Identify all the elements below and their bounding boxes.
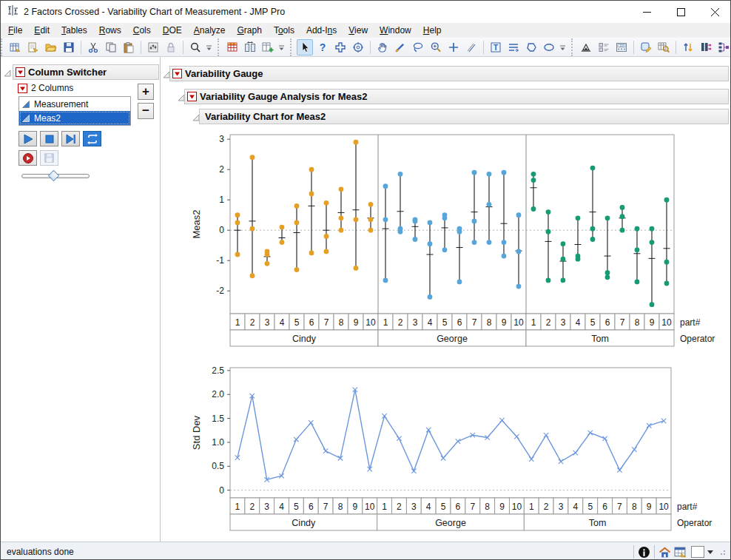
join-columns-button[interactable] [698,39,714,55]
svg-text:-1: -1 [216,255,224,266]
distribution-button[interactable] [578,39,594,55]
list-check-button[interactable] [596,39,612,55]
menu-graph[interactable]: Graph [232,24,268,37]
speed-slider[interactable] [21,170,90,182]
svg-text:4: 4 [279,502,284,512]
menu-cols[interactable]: Cols [127,24,157,37]
close-button[interactable] [698,1,731,23]
search-button[interactable] [187,39,203,55]
menu-help[interactable]: Help [417,24,448,37]
gauge-analysis-header[interactable]: Variability Gauge Analysis for Meas2 [184,89,729,104]
cut-button[interactable] [85,39,101,55]
column-switcher-disclosure-icon[interactable] [3,67,12,76]
svg-text:5: 5 [442,317,448,328]
window-list-icon[interactable] [674,546,687,559]
menu-file[interactable]: File [2,24,28,37]
oval-annotate-button[interactable] [541,39,557,55]
home-window-icon[interactable] [658,546,671,559]
stop-button[interactable] [40,131,58,146]
toolbar-separator [483,41,484,54]
svg-text:2: 2 [397,502,402,512]
annotate-pencil-button[interactable] [463,39,479,55]
calculator-123-button[interactable]: 123 [613,39,630,55]
column-switcher-header[interactable]: Column Switcher [13,64,159,80]
list-check-icon [598,41,610,53]
status-bar: evaluations done [1,542,731,560]
columns-count-row[interactable]: 2 Columns [14,83,73,93]
menu-window[interactable]: Window [374,24,417,37]
preferences-button[interactable] [145,39,161,55]
add-column-button[interactable]: + [138,84,154,100]
color-swatch[interactable] [691,546,704,558]
swatch-dropdown-icon[interactable] [707,548,714,556]
column-item-meas2[interactable]: Meas2 [19,111,130,125]
slider-thumb[interactable] [48,170,60,182]
crosshair-tool-button[interactable] [445,39,462,55]
select-edit-button[interactable] [638,39,654,55]
open-button[interactable] [43,39,59,55]
toolbar-overflow-icon[interactable] [559,43,566,52]
polygon-annotate-button[interactable] [523,39,539,55]
copy-button[interactable] [103,39,119,55]
brush-tool-button[interactable] [392,39,408,55]
paste-button[interactable] [121,39,137,55]
column-switcher-menu-icon[interactable] [16,67,25,77]
resize-grip[interactable] [720,548,727,556]
menu-addins[interactable]: Add-Ins [300,24,343,37]
column-item-measurement[interactable]: Measurement [19,97,130,111]
variability-gauge-menu-icon[interactable] [172,69,182,78]
new-journal-button[interactable] [25,39,41,55]
tree-structure-button[interactable] [715,39,731,55]
lock-icon [165,41,177,53]
new-data-table-button[interactable] [7,39,24,55]
variability-gauge-header[interactable]: Variability Gauge [169,66,729,81]
toolbar-overflow-icon[interactable] [206,43,212,52]
toolbar-overflow-icon[interactable] [278,43,285,52]
column-list: MeasurementMeas2 [18,96,131,126]
svg-text:George: George [437,334,468,344]
remove-column-button[interactable]: − [138,103,154,119]
magnifier-tool-button[interactable] [428,39,444,55]
menu-doe[interactable]: DOE [157,24,188,37]
step-button[interactable] [61,131,80,146]
lasso-tool-button[interactable] [410,39,426,55]
play-button[interactable] [18,131,37,146]
help-tool-button[interactable]: ? [314,39,331,55]
svg-text:part#: part# [680,317,701,328]
lines-annotate-button[interactable] [505,39,522,55]
menu-analyze[interactable]: Analyze [188,24,232,37]
new-formula-column-button[interactable] [260,39,276,55]
minimize-button[interactable] [630,1,664,23]
menu-view[interactable]: View [343,24,374,37]
svg-text:9: 9 [499,502,505,512]
save-button[interactable] [61,39,77,55]
svg-text:10: 10 [512,502,522,512]
variability-chart-header[interactable]: Variability Chart for Meas2 [199,109,729,124]
preferences-icon [147,41,159,53]
save-animation-button[interactable] [40,150,58,166]
target-tool-button[interactable] [350,39,366,55]
svg-text:7: 7 [620,317,625,328]
menu-tables[interactable]: Tables [55,24,93,37]
table-search-button[interactable] [656,39,672,55]
loop-button[interactable] [83,131,101,146]
menu-edit[interactable]: Edit [28,24,55,37]
gauge-analysis-menu-icon[interactable] [187,92,197,101]
text-annotate-button[interactable]: T [488,39,504,55]
grabber-tool-button[interactable] [374,39,391,55]
arrow-tool-button[interactable] [297,39,313,55]
menu-tools[interactable]: Tools [268,24,300,37]
maximize-button[interactable] [664,1,698,23]
lock-button[interactable] [163,39,179,55]
svg-text:6: 6 [602,502,607,512]
svg-text:2.5: 2.5 [212,365,224,376]
columns-count-menu-icon[interactable] [18,84,27,93]
info-icon[interactable] [638,546,650,559]
move-tool-button[interactable] [332,39,348,55]
columns-viewer-button[interactable] [242,39,258,55]
menu-rows[interactable]: Rows [93,24,127,37]
sort-columns-button[interactable] [680,39,696,55]
columns-count-label: 2 Columns [31,83,73,93]
data-table-button[interactable] [224,39,240,55]
record-button[interactable] [18,150,37,166]
